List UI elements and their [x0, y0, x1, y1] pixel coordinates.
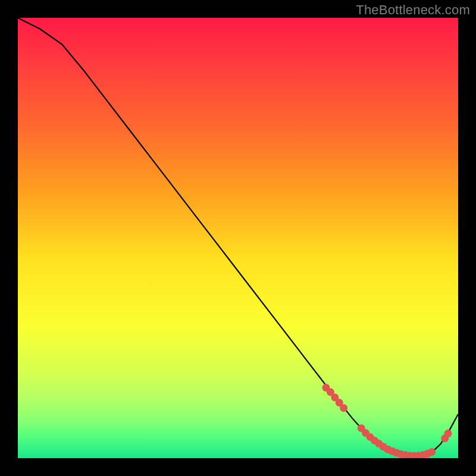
plot-area [18, 18, 458, 458]
gradient-background [18, 18, 458, 458]
branding-watermark: TheBottleneck.com [356, 2, 470, 18]
marker-dot [428, 448, 436, 456]
marker-dot [444, 430, 452, 437]
chart-frame: TheBottleneck.com [0, 0, 476, 476]
marker-dot [340, 404, 347, 412]
chart-svg [18, 18, 458, 458]
